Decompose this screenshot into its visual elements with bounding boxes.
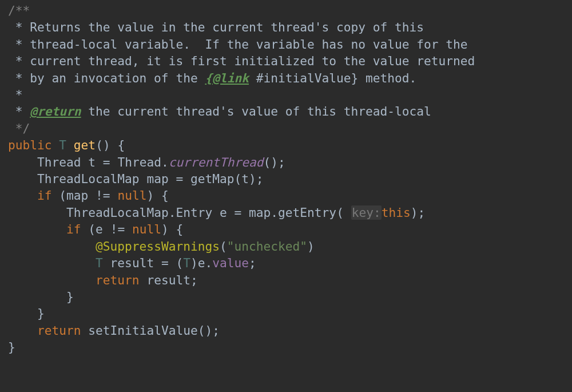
doc-line: *	[8, 104, 30, 118]
field-value: value	[212, 256, 249, 270]
brace-open: {	[176, 222, 183, 236]
dot: .	[161, 155, 169, 169]
space	[81, 222, 89, 236]
indent	[8, 323, 37, 338]
type-thread: Thread	[37, 155, 81, 169]
indent	[8, 155, 37, 169]
kw-null: null	[117, 188, 146, 203]
type-entry: Entry	[176, 205, 212, 220]
doc-line: * current thread, it is first initialize…	[8, 54, 475, 68]
indent	[8, 290, 66, 304]
var-result: result	[146, 273, 190, 287]
arg-t: t	[241, 172, 249, 186]
doc-open: /**	[8, 3, 30, 18]
paren-close: )	[146, 188, 154, 203]
doc-line: method.	[358, 71, 416, 85]
space	[212, 205, 220, 220]
doc-close: */	[8, 121, 30, 136]
code-block: /** * Returns the value in the current t…	[0, 0, 572, 356]
kw-public: public	[8, 138, 52, 152]
kw-return: return	[96, 273, 140, 287]
space	[154, 188, 161, 203]
space	[52, 188, 59, 203]
brace-open: {	[117, 138, 125, 152]
paren-open: (	[220, 239, 227, 254]
var-e: e	[198, 256, 205, 270]
paren-close: )	[190, 256, 198, 270]
space	[81, 155, 89, 169]
parens: ()	[198, 323, 213, 338]
type-thread: Thread	[117, 155, 161, 169]
kw-if: if	[66, 222, 81, 236]
space	[140, 172, 147, 186]
ne: !=	[88, 188, 117, 203]
doc-line: the current thread's value of this threa…	[81, 104, 431, 118]
space	[140, 273, 147, 287]
type-tlm: ThreadLocalMap	[37, 172, 140, 186]
type-tlm: ThreadLocalMap	[66, 205, 169, 220]
space	[81, 323, 89, 338]
semicolon: ;	[212, 323, 220, 338]
space	[66, 138, 74, 152]
doc-line: * thread-local variable. If the variable…	[8, 37, 468, 52]
space	[344, 205, 351, 220]
ne: !=	[103, 222, 132, 236]
var-e: e	[96, 222, 103, 236]
paren-open: (	[176, 256, 183, 270]
semicolon: ;	[190, 273, 198, 287]
eq: =	[96, 155, 117, 169]
indent	[8, 222, 66, 236]
parens: ()	[96, 138, 110, 152]
type-param: T	[59, 138, 66, 152]
brace-open: {	[161, 188, 169, 203]
semicolon: ;	[256, 172, 264, 186]
paren-open: (	[235, 172, 242, 186]
inlay-hint-key: key:	[351, 205, 382, 220]
paren-close: )	[307, 239, 315, 254]
semicolon: ;	[278, 155, 285, 169]
var-t: t	[88, 155, 96, 169]
space	[169, 222, 176, 236]
space	[103, 256, 110, 270]
doc-line: *	[8, 88, 23, 102]
dot: .	[205, 256, 213, 270]
var-map: map	[66, 188, 88, 203]
space	[52, 138, 59, 152]
annotation-sw: @SuppressWarnings	[96, 239, 220, 254]
eq: =	[154, 256, 176, 270]
paren-open: (	[336, 205, 344, 220]
call-getEntry: getEntry	[278, 205, 336, 220]
kw-null: null	[132, 222, 161, 236]
call-getMap: getMap	[190, 172, 235, 186]
doc-line: * by an invocation of the	[8, 71, 205, 85]
paren-close: )	[411, 205, 418, 220]
var-e: e	[220, 205, 227, 220]
type-param: T	[96, 256, 103, 270]
method-get: get	[74, 138, 96, 152]
semicolon: ;	[418, 205, 425, 220]
paren-close: )	[161, 222, 169, 236]
var-map: map	[249, 205, 271, 220]
kw-if: if	[37, 188, 52, 203]
indent	[8, 273, 96, 287]
var-map: map	[146, 172, 168, 186]
indent	[8, 306, 37, 320]
type-param: T	[183, 256, 190, 270]
doc-line: #initialValue}	[249, 71, 358, 85]
brace-close: }	[66, 290, 74, 304]
brace-close: }	[8, 340, 15, 354]
doc-tag-return: @return	[30, 104, 81, 118]
indent	[8, 239, 96, 254]
indent	[8, 172, 37, 186]
call-currentThread: currentThread	[169, 155, 264, 169]
paren-close: )	[249, 172, 256, 186]
var-result: result	[110, 256, 154, 270]
eq: =	[169, 172, 190, 186]
brace-close: }	[37, 306, 45, 320]
semicolon: ;	[249, 256, 256, 270]
call-setInitialValue: setInitialValue	[88, 323, 197, 338]
space	[110, 138, 118, 152]
eq: =	[227, 205, 249, 220]
string-unchecked: "unchecked"	[227, 239, 307, 254]
indent	[8, 256, 96, 270]
